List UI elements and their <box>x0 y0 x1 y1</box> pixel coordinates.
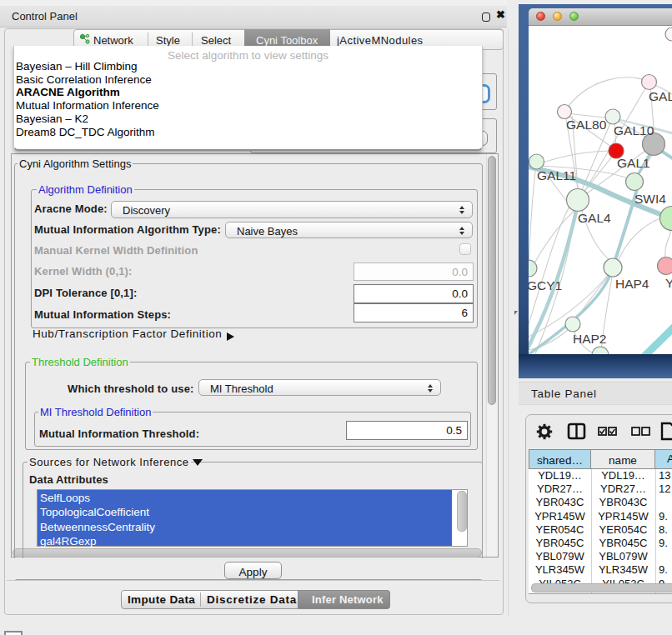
svg-text:GAL10: GAL10 <box>614 123 654 138</box>
svg-text:GAL7: GAL7 <box>649 89 672 103</box>
svg-text:SWI4: SWI4 <box>634 192 666 206</box>
svg-text:GAL1: GAL1 <box>617 156 650 170</box>
svg-text:GAL11: GAL11 <box>537 168 576 182</box>
svg-text:GAL80: GAL80 <box>566 118 607 132</box>
svg-text:Y: Y <box>665 276 672 290</box>
svg-text:GAL4: GAL4 <box>578 211 611 225</box>
svg-text:GCY1: GCY1 <box>529 278 562 292</box>
svg-text:HAP2: HAP2 <box>573 332 607 346</box>
svg-text:HAP4: HAP4 <box>615 277 649 291</box>
